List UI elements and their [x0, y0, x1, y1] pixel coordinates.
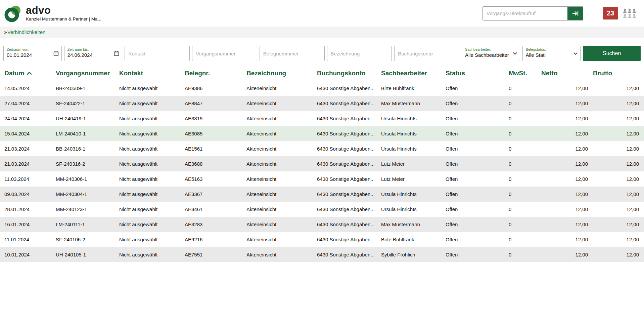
cell-belegnr: AE8847 — [185, 96, 246, 111]
direct-search-input[interactable] — [483, 7, 567, 20]
sachbearbeiter-label: Sachbearbeiter: — [462, 46, 520, 51]
brand-subtitle: Kanzlei Mustermann & Partner | Ma... — [26, 16, 101, 22]
table-row[interactable]: 11.03.2024MM-240306-1Nicht ausgewähltAE5… — [0, 171, 644, 187]
column-header-status[interactable]: Status — [446, 66, 509, 81]
table-row[interactable]: 21.03.2024BB-240316-1Nicht ausgewähltAE1… — [0, 141, 644, 156]
cell-status: Offen — [446, 217, 509, 232]
sachbearbeiter-select[interactable]: Sachbearbeiter: Alle Sachbearbeiter — [462, 46, 520, 61]
notification-badge[interactable]: 23 — [603, 7, 618, 19]
table-row[interactable]: 21.03.2024SF-240316-2Nicht ausgewähltAE3… — [0, 156, 644, 171]
cell-belegnr: AE3461 — [185, 202, 246, 217]
advo-logo-icon — [3, 4, 23, 23]
cell-bezeichnung: Akteneinsicht — [246, 96, 317, 111]
table-row[interactable]: 27.04.2024SF-240422-1Nicht ausgewähltAE8… — [0, 96, 644, 111]
cell-buchungskonto: 6430 Sonstige Abgaben... — [317, 202, 381, 217]
column-header-mwst[interactable]: MwSt. — [509, 66, 541, 81]
cell-mwst: 0 — [509, 141, 541, 156]
cell-buchungskonto: 6430 Sonstige Abgaben... — [317, 187, 381, 202]
column-header-brutto[interactable]: Brutto — [593, 66, 644, 81]
chevron-down-icon — [513, 52, 517, 55]
cell-kontakt: Nicht ausgewählt — [119, 126, 185, 141]
table-row[interactable]: 24.04.2024UH-240419-1Nicht ausgewähltAE3… — [0, 111, 644, 126]
cell-status: Offen — [446, 202, 509, 217]
cell-kontakt: Nicht ausgewählt — [119, 187, 185, 202]
cell-mwst: 0 — [509, 96, 541, 111]
cell-datum: 14.05.2024 — [0, 81, 56, 96]
cell-brutto: 12,00 — [593, 217, 644, 232]
cell-netto: 12,00 — [541, 156, 593, 171]
zeitraum-bis-label: Zeitraum bis: — [64, 46, 122, 51]
table-row[interactable]: 14.05.2024BB-240509-1Nicht ausgewähltAE9… — [0, 81, 644, 96]
cell-kontakt: Nicht ausgewählt — [119, 202, 185, 217]
cell-kontakt: Nicht ausgewählt — [119, 156, 185, 171]
cell-datum: 24.04.2024 — [0, 111, 56, 126]
column-header-bezeichnung[interactable]: Bezeichnung — [246, 66, 317, 81]
filter-zeitraum-von[interactable]: Zeitraum von: 01.01.2024 — [3, 46, 62, 61]
chevron-down-icon — [573, 52, 578, 55]
cell-status: Offen — [446, 141, 509, 156]
direct-search-submit-button[interactable] — [567, 7, 583, 20]
cell-vorgangsnummer: MM-240304-1 — [56, 187, 119, 202]
cell-netto: 12,00 — [541, 232, 593, 247]
cell-brutto: 12,00 — [593, 156, 644, 171]
cell-netto: 12,00 — [541, 96, 593, 111]
verbindlichkeiten-table: Datum Vorgangsnummer Kontakt Belegnr. Be… — [0, 66, 644, 262]
cell-datum: 10.01.2024 — [0, 247, 56, 262]
table-row[interactable]: 16.01.2024LM-240111-1Nicht ausgewähltAE3… — [0, 217, 644, 232]
column-header-netto[interactable]: Netto — [541, 66, 593, 81]
cell-sachbearbeiter: Ursula Hinrichts — [381, 111, 446, 126]
filter-zeitraum-bis[interactable]: Zeitraum bis: 24.06.2024 — [64, 46, 123, 61]
table-row[interactable]: 09.03.2024MM-240304-1Nicht ausgewähltAE3… — [0, 187, 644, 202]
table-row[interactable]: 11.01.2024SF-240106-2Nicht ausgewähltAE9… — [0, 232, 644, 247]
cell-brutto: 12,00 — [593, 141, 644, 156]
cell-buchungskonto: 6430 Sonstige Abgaben... — [317, 96, 381, 111]
cell-belegnr: AE3688 — [185, 156, 246, 171]
kontakt-input[interactable] — [125, 46, 190, 61]
table-row[interactable]: 28.01.2024MM-240123-1Nicht ausgewähltAE3… — [0, 202, 644, 217]
column-header-kontakt[interactable]: Kontakt — [119, 66, 185, 81]
cell-brutto: 12,00 — [593, 232, 644, 247]
brand[interactable]: advo Kanzlei Mustermann & Partner | Ma..… — [3, 4, 101, 23]
cell-mwst: 0 — [509, 156, 541, 171]
cell-kontakt: Nicht ausgewählt — [119, 217, 185, 232]
cell-belegnr: AE3283 — [185, 217, 246, 232]
cell-mwst: 0 — [509, 111, 541, 126]
table-row[interactable]: 15.04.2024LM-240410-1Nicht ausgewähltAE3… — [0, 126, 644, 141]
cell-buchungskonto: 6430 Sonstige Abgaben... — [317, 247, 381, 262]
cell-bezeichnung: Akteneinsicht — [246, 202, 317, 217]
cell-datum: 27.04.2024 — [0, 96, 56, 111]
cell-mwst: 0 — [509, 217, 541, 232]
buchungskonto-input[interactable] — [394, 46, 459, 61]
cell-buchungskonto: 6430 Sonstige Abgaben... — [317, 217, 381, 232]
zeitraum-von-label: Zeitraum von: — [4, 46, 61, 51]
cell-status: Offen — [446, 111, 509, 126]
cell-status: Offen — [446, 156, 509, 171]
cell-kontakt: Nicht ausgewählt — [119, 96, 185, 111]
breadcrumb-verbindlichkeiten[interactable]: Verbindlichkeiten — [7, 29, 45, 35]
cell-brutto: 12,00 — [593, 111, 644, 126]
cell-vorgangsnummer: UH-240419-1 — [56, 111, 119, 126]
column-header-sachbearbeiter[interactable]: Sachbearbeiter — [381, 66, 446, 81]
cell-buchungskonto: 6430 Sonstige Abgaben... — [317, 141, 381, 156]
belegstatus-select[interactable]: Belegstatus: Alle Stati — [522, 46, 581, 61]
cell-status: Offen — [446, 126, 509, 141]
cell-sachbearbeiter: Ursula Hinrichts — [381, 187, 446, 202]
cell-belegnr: AE1561 — [185, 141, 246, 156]
belegnummer-input[interactable] — [260, 46, 325, 61]
team-button[interactable] — [623, 8, 637, 18]
column-header-vorgangsnummer[interactable]: Vorgangsnummer — [56, 66, 119, 81]
column-header-datum[interactable]: Datum — [0, 66, 56, 81]
cell-belegnr: AE3367 — [185, 187, 246, 202]
search-button[interactable]: Suchen — [583, 46, 641, 61]
column-header-buchungskonto[interactable]: Buchungskonto — [317, 66, 381, 81]
cell-belegnr: AE5163 — [185, 171, 246, 187]
column-header-belegnr[interactable]: Belegnr. — [185, 66, 246, 81]
cell-bezeichnung: Akteneinsicht — [246, 126, 317, 141]
table-row[interactable]: 10.01.2024UH-240105-1Nicht ausgewähltAE7… — [0, 247, 644, 262]
cell-buchungskonto: 6430 Sonstige Abgaben... — [317, 232, 381, 247]
cell-belegnr: AE3319 — [185, 111, 246, 126]
bezeichnung-input[interactable] — [327, 46, 392, 61]
cell-datum: 21.03.2024 — [0, 141, 56, 156]
vorgangsnummer-input[interactable] — [192, 46, 257, 61]
cell-belegnr: AE9386 — [185, 81, 246, 96]
